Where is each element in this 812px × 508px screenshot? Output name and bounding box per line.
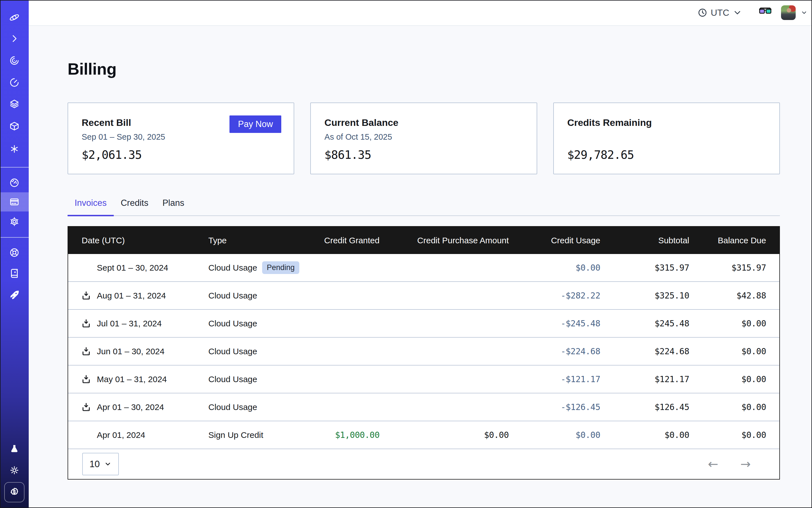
- billing-card-icon[interactable]: [0, 192, 29, 211]
- topbar: UTC: [29, 0, 812, 26]
- prev-page-button[interactable]: ←: [708, 458, 718, 470]
- invoice-date-cell: Jul 01 – 31, 2024: [68, 309, 208, 337]
- card-title: Recent Bill: [82, 117, 131, 128]
- settings-gear-icon[interactable]: [0, 212, 29, 231]
- col-date: Date (UTC): [68, 227, 208, 254]
- chevron-down-icon: [733, 8, 742, 17]
- subtotal-value: $121.17: [600, 365, 689, 393]
- sidebar-divider: [0, 167, 29, 168]
- invoices-table-container: Date (UTC) Type Credit Granted Credit Pu…: [68, 226, 780, 479]
- dollar-seal-icon: [9, 487, 20, 498]
- credit-purchase-value: $0.00: [380, 421, 509, 449]
- user-avatar[interactable]: [781, 5, 796, 20]
- rocket-icon[interactable]: [0, 286, 29, 305]
- chevron-down-icon: [104, 460, 112, 468]
- download-invoice-icon[interactable]: [81, 319, 97, 329]
- credit-usage-value: -$282.22: [509, 282, 600, 309]
- pagination-arrows: ← →: [708, 458, 751, 470]
- credit-granted-value: $1,000.00: [307, 421, 380, 449]
- invoice-type-cell: Cloud UsagePending: [208, 254, 307, 282]
- cube-icon[interactable]: [0, 117, 29, 136]
- credit-purchase-value: [380, 365, 509, 393]
- table-row: May 01 – 31, 2024Cloud Usage-$121.17$121…: [68, 365, 779, 393]
- support-wheel-icon[interactable]: [0, 243, 29, 262]
- dashboard-gauge-icon[interactable]: [0, 173, 29, 192]
- credit-usage-value: -$121.17: [509, 365, 600, 393]
- pay-now-button[interactable]: Pay Now: [229, 116, 281, 133]
- invoice-type: Cloud Usage: [208, 375, 257, 384]
- credits-seal-box: [4, 482, 25, 502]
- download-invoice-icon[interactable]: [81, 346, 97, 356]
- subtotal-value: $325.10: [600, 282, 689, 309]
- page-size-value: 10: [90, 459, 100, 469]
- invoice-type: Cloud Usage: [208, 319, 257, 328]
- sidebar: [0, 0, 29, 508]
- current-balance-amount: $861.35: [324, 148, 371, 162]
- balance-due-value: $0.00: [689, 365, 779, 393]
- glasses-icon[interactable]: [759, 7, 772, 18]
- page-size-select[interactable]: 10: [82, 453, 119, 475]
- invoice-date: Aug 01 – 31, 2024: [97, 291, 166, 300]
- balance-due-value: $0.00: [689, 393, 779, 421]
- subtotal-value: $0.00: [600, 421, 689, 449]
- card-title: Credits Remaining: [567, 117, 652, 128]
- credit-usage-value: -$245.48: [509, 309, 600, 337]
- billing-tabs: Invoices Credits Plans: [68, 195, 780, 216]
- subtotal-value: $315.97: [600, 254, 689, 282]
- table-row: Apr 01, 2024Sign Up Credit$1,000.00$0.00…: [68, 421, 779, 449]
- col-credit-usage: Credit Usage: [509, 227, 600, 254]
- flask-icon[interactable]: [0, 439, 29, 458]
- credit-purchase-value: [380, 309, 509, 337]
- tab-invoices[interactable]: Invoices: [68, 195, 114, 216]
- collapse-panel-icon[interactable]: [0, 29, 29, 48]
- credit-granted-value: [307, 337, 380, 365]
- credit-purchase-value: [380, 337, 509, 365]
- table-row: Jun 01 – 30, 2024Cloud Usage-$224.68$224…: [68, 337, 779, 365]
- balance-due-value: $42.88: [689, 282, 779, 309]
- timezone-picker[interactable]: UTC: [698, 8, 742, 18]
- theme-sun-icon[interactable]: [0, 461, 29, 480]
- table-row: Aug 01 – 31, 2024Cloud Usage-$282.22$325…: [68, 282, 779, 309]
- asterisk-icon[interactable]: [0, 139, 29, 159]
- invoice-type-cell: Cloud Usage: [208, 282, 307, 309]
- layers-icon[interactable]: [0, 94, 29, 114]
- credit-granted-value: [307, 282, 380, 309]
- invoice-date: Apr 01 – 30, 2024: [97, 403, 164, 412]
- table-footer: 10 ← →: [68, 449, 779, 479]
- download-invoice-icon[interactable]: [81, 291, 97, 301]
- subtotal-value: $245.48: [600, 309, 689, 337]
- recent-bill-card: Recent Bill Sep 01 – Sep 30, 2025 $2,061…: [68, 102, 294, 174]
- credit-granted-value: [307, 365, 380, 393]
- balance-due-value: $315.97: [689, 254, 779, 282]
- timer-gauge-icon[interactable]: [0, 73, 29, 92]
- credits-seal-button[interactable]: [0, 483, 29, 502]
- docs-book-icon[interactable]: [0, 263, 29, 283]
- clock-icon: [698, 8, 707, 17]
- credit-usage-value: -$126.45: [509, 393, 600, 421]
- invoice-type-cell: Cloud Usage: [208, 309, 307, 337]
- invoice-date: Apr 01, 2024: [97, 430, 145, 440]
- subtotal-value: $224.68: [600, 337, 689, 365]
- invoice-date: Jun 01 – 30, 2024: [97, 347, 164, 356]
- credit-purchase-value: [380, 282, 509, 309]
- invoice-date-cell: Aug 01 – 31, 2024: [68, 282, 208, 309]
- invoice-type-cell: Cloud Usage: [208, 337, 307, 365]
- download-invoice-icon[interactable]: [81, 374, 97, 384]
- download-invoice-icon[interactable]: [81, 402, 97, 412]
- status-badge: Pending: [262, 261, 299, 274]
- card-title: Current Balance: [324, 117, 398, 128]
- balance-due-value: $0.00: [689, 309, 779, 337]
- app-logo-icon[interactable]: [0, 8, 29, 27]
- invoice-type: Cloud Usage: [208, 403, 257, 412]
- recent-bill-amount: $2,061.35: [82, 148, 142, 162]
- balance-due-value: $0.00: [689, 337, 779, 365]
- table-row: Jul 01 – 31, 2024Cloud Usage-$245.48$245…: [68, 309, 779, 337]
- invoice-date: Jul 01 – 31, 2024: [97, 319, 162, 328]
- tab-credits[interactable]: Credits: [114, 195, 156, 216]
- invoice-type-cell: Sign Up Credit: [208, 421, 307, 449]
- user-menu-chevron-icon[interactable]: [801, 9, 808, 16]
- tab-plans[interactable]: Plans: [156, 195, 191, 216]
- invoice-type: Cloud Usage: [208, 291, 257, 300]
- next-page-button[interactable]: →: [740, 458, 751, 470]
- spiral-icon[interactable]: [0, 51, 29, 70]
